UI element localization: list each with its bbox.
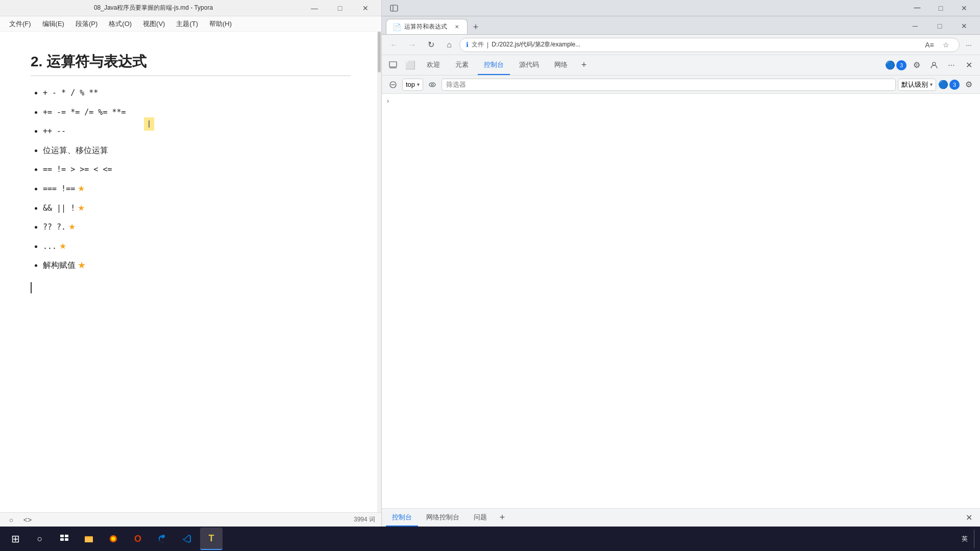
code-icon[interactable]: <> xyxy=(22,515,33,525)
typora-statusbar: ○ <> 3994 词 xyxy=(0,512,381,527)
address-actions: A≡ ☆ xyxy=(922,38,953,52)
scrollbar-track[interactable] xyxy=(377,32,381,512)
browser-win-close[interactable]: ✕ xyxy=(952,18,976,34)
document-heading: 2. 运算符与表达式 xyxy=(31,52,351,76)
forward-button[interactable]: → xyxy=(404,37,421,53)
svg-point-4 xyxy=(933,62,936,65)
taskbar-task-view[interactable] xyxy=(53,528,76,550)
menu-format[interactable]: 格式(O) xyxy=(104,18,137,30)
menu-paragraph[interactable]: 段落(P) xyxy=(70,18,103,30)
log-level-dropdown[interactable]: 默认级别 ▾ xyxy=(898,79,936,91)
favorites-button[interactable]: ☆ xyxy=(939,38,953,52)
menu-theme[interactable]: 主题(T) xyxy=(171,18,203,30)
home-button[interactable]: ⌂ xyxy=(441,37,457,53)
bottom-close-button[interactable]: ✕ xyxy=(962,511,976,525)
read-mode-button[interactable]: A≡ xyxy=(922,38,937,52)
bottom-tab-console[interactable]: 控制台 xyxy=(386,509,418,527)
browser-win-minimize[interactable]: ─ xyxy=(903,18,927,34)
typora-menubar: 文件(F) 编辑(E) 段落(P) 格式(O) 视图(V) 主题(T) 帮助(H… xyxy=(0,16,381,32)
browser-sidebar-toggle[interactable] xyxy=(386,1,402,15)
browser-titlebar-buttons: ─ □ ✕ xyxy=(905,0,976,16)
browser-maximize-button[interactable]: □ xyxy=(929,0,952,16)
browser-minimize-button[interactable]: ─ xyxy=(905,0,929,16)
typora-minimize-button[interactable]: — xyxy=(303,0,326,16)
typora-window: 08_Java程序员要掌握的前端-js.md - Typora — □ ✕ 文件… xyxy=(0,0,382,527)
taskbar-show-desktop[interactable] xyxy=(974,530,976,548)
taskbar-file-explorer[interactable] xyxy=(78,528,100,550)
browser-addressbar: ← → ↻ ⌂ ℹ 文件 | D:/2022.js/代码/第2章/example… xyxy=(382,35,980,55)
taskbar-firefox[interactable] xyxy=(102,528,125,550)
content-list: + - * / % ** += -= *= /= %= **= ++ -- 位运… xyxy=(31,86,351,272)
devtools-settings-button[interactable]: ⚙ xyxy=(910,58,924,72)
filter-input[interactable] xyxy=(442,79,896,91)
typora-maximize-button[interactable]: □ xyxy=(328,0,352,16)
device-emulation-button[interactable]: ⬜ xyxy=(403,58,418,72)
taskbar-edge[interactable] xyxy=(151,528,174,550)
console-output-area: › xyxy=(382,94,980,508)
devtools-profile-button[interactable] xyxy=(927,58,941,72)
list-item: == != > >= < <= xyxy=(43,163,351,176)
more-button[interactable]: ··· xyxy=(962,38,976,52)
refresh-button[interactable]: ↻ xyxy=(423,37,439,53)
taskbar-vscode[interactable] xyxy=(176,528,198,550)
addr-separator: | xyxy=(487,41,488,48)
list-item: 位运算、移位运算 xyxy=(43,144,351,157)
list-item: += -= *= /= %= **= xyxy=(43,106,351,119)
menu-help[interactable]: 帮助(H) xyxy=(204,18,237,30)
devtools-close-button[interactable]: ✕ xyxy=(962,58,976,72)
taskbar-office[interactable]: O xyxy=(127,528,149,550)
address-box[interactable]: ℹ 文件 | D:/2022.js/代码/第2章/example... A≡ ☆ xyxy=(459,38,960,52)
list-item: === !== ★ xyxy=(43,182,351,195)
list-item: 解构赋值 ★ xyxy=(43,259,351,272)
security-info-icon[interactable]: ℹ xyxy=(466,41,469,48)
tab-close-button[interactable]: ✕ xyxy=(453,23,461,31)
bottom-tab-network-console[interactable]: 网络控制台 xyxy=(420,509,465,527)
devtools-add-tab-button[interactable]: + xyxy=(577,58,591,72)
taskbar-language[interactable]: 英 xyxy=(962,535,968,543)
menu-file[interactable]: 文件(F) xyxy=(4,18,36,30)
svg-rect-14 xyxy=(85,537,93,542)
typora-editor[interactable]: I 2. 运算符与表达式 + - * / % ** += -= *= /= %=… xyxy=(0,32,381,512)
console-settings-button[interactable]: ⚙ xyxy=(962,78,976,92)
taskbar: ⊞ ○ O T 英 xyxy=(0,527,980,551)
devtools-tab-elements[interactable]: 元素 xyxy=(449,55,475,75)
devtools-tab-sources[interactable]: 源代码 xyxy=(513,55,545,75)
browser-titlebar: ─ □ ✕ xyxy=(382,0,980,16)
devtools-subbar: top ▾ 默认级别 ▾ 🔵 3 ⚙ xyxy=(382,76,980,94)
browser-close-button[interactable]: ✕ xyxy=(952,0,976,16)
error-count-badge: 3 xyxy=(896,60,906,70)
url-text: D:/2022.js/代码/第2章/example... xyxy=(492,40,919,49)
error-badge-group: 🔵 3 xyxy=(885,60,906,70)
devtools-tab-console[interactable]: 控制台 xyxy=(478,55,510,75)
context-dropdown[interactable]: top ▾ xyxy=(402,79,423,91)
svg-rect-9 xyxy=(60,535,64,537)
bottom-tab-issues[interactable]: 问题 xyxy=(468,509,493,527)
devtools-tab-welcome[interactable]: 欢迎 xyxy=(421,55,446,75)
scrollbar-thumb[interactable] xyxy=(378,32,381,72)
back-button[interactable]: ← xyxy=(386,37,402,53)
console-expand-chevron[interactable]: › xyxy=(386,96,390,106)
new-tab-button[interactable]: + xyxy=(469,20,483,34)
taskbar-search[interactable]: ○ xyxy=(29,528,51,550)
typora-titlebar: 08_Java程序员要掌握的前端-js.md - Typora — □ ✕ xyxy=(0,0,381,16)
taskbar-typora[interactable]: T xyxy=(200,528,223,550)
devtools-more-button[interactable]: ··· xyxy=(944,58,959,72)
clear-console-button[interactable] xyxy=(386,78,400,92)
devtools-tab-network[interactable]: 网络 xyxy=(548,55,574,75)
eye-icon-button[interactable] xyxy=(425,78,439,92)
inspect-element-button[interactable] xyxy=(386,58,400,72)
typora-close-button[interactable]: ✕ xyxy=(354,0,377,16)
error-dot-icon: 🔵 xyxy=(885,60,895,70)
svg-rect-2 xyxy=(389,62,397,67)
start-button[interactable]: ⊞ xyxy=(4,528,27,550)
bottom-tab-add-button[interactable]: + xyxy=(495,511,509,525)
menu-edit[interactable]: 编辑(E) xyxy=(37,18,69,30)
browser-tab-active[interactable]: 📄 运算符和表达式 ✕ xyxy=(386,19,468,34)
devtools-bottom-tabs: 控制台 网络控制台 问题 + ✕ xyxy=(382,508,980,527)
browser-win-maximize[interactable]: □ xyxy=(928,18,951,34)
search-icon[interactable]: ○ xyxy=(6,515,16,525)
browser-tab-bar: 📄 运算符和表达式 ✕ + ─ □ ✕ xyxy=(382,16,980,35)
level-label: 默认级别 xyxy=(901,80,928,89)
list-item: ++ -- xyxy=(43,124,351,138)
menu-view[interactable]: 视图(V) xyxy=(138,18,170,30)
